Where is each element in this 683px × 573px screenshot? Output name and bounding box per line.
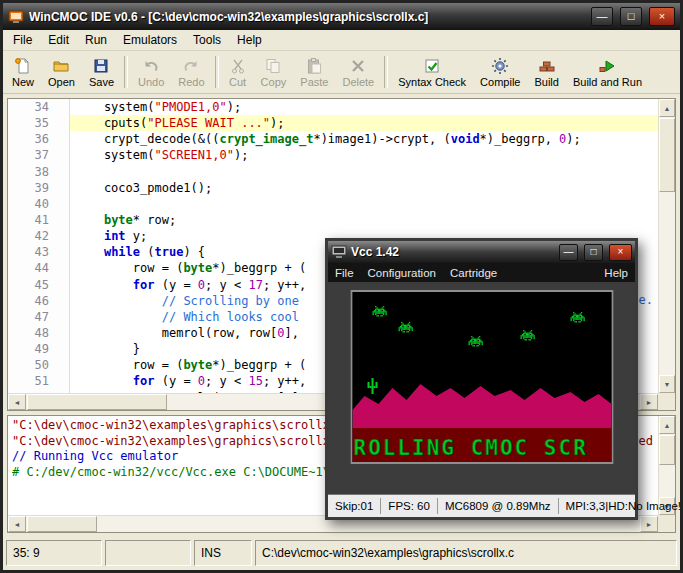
save-label: Save [89, 76, 114, 88]
line-number: 37 [8, 147, 70, 163]
scroll-left-icon[interactable]: ◄ [8, 516, 26, 532]
vcc-statusbar: Skip:01FPS: 60MC6809 @ 0.89MhzMPI:3,3|HD… [328, 494, 635, 517]
line-number: 49 [8, 341, 70, 357]
menu-item-tools[interactable]: Tools [185, 31, 229, 49]
vcc-window: Vcc 1.42 — □ × FileConfigurationCartridg… [325, 238, 638, 520]
undo-label: Undo [138, 76, 164, 88]
scrollbar-corner [658, 515, 675, 532]
scrollbar-thumb[interactable] [27, 394, 167, 410]
scrollbar-thumb[interactable] [659, 435, 675, 465]
vcc-screen-frame: ROLLING CMOC SCR [350, 290, 613, 464]
scroll-up-icon[interactable]: ▲ [659, 416, 675, 434]
paste-icon [305, 57, 323, 75]
scrollbar-track[interactable] [659, 117, 675, 375]
menu-item-emulators[interactable]: Emulators [115, 31, 185, 49]
code-line[interactable]: 40 [8, 196, 658, 212]
line-number: 42 [8, 228, 70, 244]
build-button[interactable]: Build [527, 54, 565, 91]
compile-button[interactable]: Compile [473, 54, 527, 91]
vcc-status-cell-0: Skip:01 [328, 498, 381, 514]
toolbar-separator [384, 56, 388, 88]
code-text: cputs("PLEASE WAIT ..."); [70, 115, 658, 131]
code-text: byte* row; [70, 212, 658, 228]
save-button[interactable]: Save [82, 54, 121, 91]
main-menubar: FileEditRunEmulatorsToolsHelp [3, 30, 680, 51]
code-line[interactable]: 34 system("PMODE1,0"); [8, 99, 658, 115]
undo-button[interactable]: Undo [131, 54, 171, 91]
build-and-run-button[interactable]: Build and Run [566, 54, 649, 91]
copy-button[interactable]: Copy [254, 54, 294, 91]
menu-item-run[interactable]: Run [77, 31, 115, 49]
scroll-down-icon[interactable]: ▼ [659, 375, 675, 393]
scrollbar-track[interactable] [659, 434, 675, 497]
vcc-menu-item-help[interactable]: Help [597, 265, 635, 281]
scrollbar-thumb[interactable] [27, 516, 97, 532]
main-titlebar: WinCMOC IDE v0.6 - [C:\dev\cmoc-win32\ex… [3, 3, 680, 30]
copy-label: Copy [261, 76, 287, 88]
cut-label: Cut [229, 76, 246, 88]
vcc-status-cell-2: MC6809 @ 0.89Mhz [438, 498, 559, 514]
cursor-position-cell: 35: 9 [6, 540, 102, 566]
maximize-button[interactable]: □ [620, 7, 642, 26]
line-number: 51 [8, 373, 70, 389]
line-number: 46 [8, 293, 70, 309]
vcc-menubar: FileConfigurationCartridgeHelp [328, 263, 635, 282]
vcc-close-button[interactable]: × [609, 244, 632, 261]
scroll-up-icon[interactable]: ▲ [659, 99, 675, 117]
vcc-game-screen: ROLLING CMOC SCR [352, 292, 611, 462]
main-toolbar: NewOpenSaveUndoRedoCutCopyPasteDeleteSyn… [3, 51, 680, 94]
vcc-menu-item-cartridge[interactable]: Cartridge [443, 265, 504, 281]
line-number: 36 [8, 131, 70, 147]
cut-button[interactable]: Cut [222, 54, 254, 91]
menu-item-help[interactable]: Help [229, 31, 270, 49]
redo-button[interactable]: Redo [171, 54, 211, 91]
open-folder-icon [52, 57, 70, 75]
cut-icon [229, 57, 247, 75]
vcc-app-icon [331, 244, 347, 260]
menu-item-edit[interactable]: Edit [40, 31, 77, 49]
code-text: crypt_decode(&((crypt_image_t*)image1)->… [70, 131, 658, 147]
paste-button[interactable]: Paste [293, 54, 335, 91]
app-icon [8, 9, 24, 25]
vcc-menu-item-configuration[interactable]: Configuration [361, 265, 443, 281]
line-number: 34 [8, 99, 70, 115]
open-label: Open [48, 76, 75, 88]
minimize-button[interactable]: — [591, 7, 613, 26]
vcc-menu-item-file[interactable]: File [328, 265, 361, 281]
code-line[interactable]: 35 cputs("PLEASE WAIT ..."); [8, 115, 658, 131]
scroll-right-icon[interactable]: ► [640, 516, 658, 532]
toolbar-separator [215, 56, 219, 88]
vcc-maximize-button[interactable]: □ [584, 244, 603, 261]
close-button[interactable]: × [649, 7, 675, 26]
line-number: 50 [8, 357, 70, 373]
delete-icon [349, 57, 367, 75]
syntax-check-button[interactable]: Syntax Check [391, 54, 473, 91]
compile-label: Compile [480, 76, 520, 88]
delete-label: Delete [342, 76, 374, 88]
file-path-cell: C:\dev\cmoc-win32\examples\graphics\scro… [255, 540, 677, 566]
svg-text:ROLLING CMOC SCR: ROLLING CMOC SCR [353, 436, 587, 460]
code-line[interactable]: 36 crypt_decode(&((crypt_image_t*)image1… [8, 131, 658, 147]
paste-label: Paste [300, 76, 328, 88]
open-button[interactable]: Open [41, 54, 82, 91]
line-number: 52 [8, 390, 70, 393]
copy-icon [264, 57, 282, 75]
editor-vertical-scrollbar[interactable]: ▲ ▼ [658, 99, 675, 393]
vcc-status-cell-3: MPI:3,3|HD:No Image! [559, 498, 683, 514]
code-line[interactable]: 41 byte* row; [8, 212, 658, 228]
window-title: WinCMOC IDE v0.6 - [C:\dev\cmoc-win32\ex… [29, 10, 584, 24]
scrollbar-thumb[interactable] [659, 118, 675, 192]
new-button[interactable]: New [5, 54, 41, 91]
code-line[interactable]: 37 system("SCREEN1,0"); [8, 147, 658, 163]
empty-status-cell [105, 540, 191, 566]
scroll-right-icon[interactable]: ► [640, 394, 658, 410]
vcc-minimize-button[interactable]: — [559, 244, 578, 261]
code-line[interactable]: 38 [8, 164, 658, 180]
delete-button[interactable]: Delete [335, 54, 381, 91]
build-and-run-label: Build and Run [573, 76, 642, 88]
syntax-check-icon [423, 57, 441, 75]
menu-item-file[interactable]: File [5, 31, 40, 49]
scroll-left-icon[interactable]: ◄ [8, 394, 26, 410]
redo-label: Redo [178, 76, 204, 88]
code-line[interactable]: 39 coco3_pmode1(); [8, 180, 658, 196]
